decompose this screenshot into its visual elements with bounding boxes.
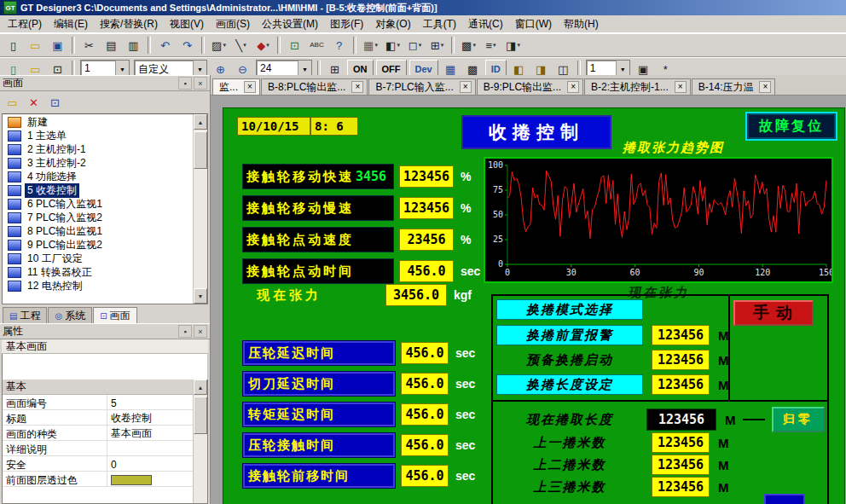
- roll-row-label[interactable]: 换捲前置报警: [496, 325, 643, 345]
- timer-label-plate[interactable]: 接触轮前移时间: [242, 463, 396, 489]
- roll-row-label[interactable]: 预备换捲启动: [496, 350, 643, 370]
- document-tab[interactable]: B-8:PLC输出监... ×: [261, 78, 368, 95]
- redo-icon[interactable]: ↷: [177, 35, 198, 55]
- save-icon[interactable]: ▣: [47, 35, 68, 55]
- property-row[interactable]: 标题 收卷控制: [3, 410, 193, 426]
- screen-tree-item[interactable]: 6 PLC输入监视1: [3, 197, 193, 211]
- dropdown-caret-icon[interactable]: ▾: [472, 42, 476, 49]
- paste-icon[interactable]: ▥: [123, 35, 144, 55]
- parts-icon[interactable]: ◧▾: [382, 35, 403, 55]
- menu-item[interactable]: 图形(F): [324, 15, 369, 33]
- timer-value-field[interactable]: 456.0: [401, 403, 449, 426]
- screen-tree-item[interactable]: 新建: [3, 115, 193, 129]
- property-value[interactable]: 收卷控制: [107, 410, 193, 425]
- screen-tree-item[interactable]: 4 功能选择: [3, 170, 193, 183]
- menu-item[interactable]: 对象(O): [369, 15, 416, 33]
- tension-trend-chart[interactable]: 10075502500306090120150: [484, 157, 833, 283]
- menu-item[interactable]: 画面(S): [210, 15, 256, 33]
- close-panel-icon[interactable]: ×: [194, 325, 207, 338]
- screen-preview-icon[interactable]: ⊡: [284, 35, 305, 55]
- screen-tree-item[interactable]: 8 PLC输出监视1: [3, 224, 193, 238]
- transparency-color-swatch[interactable]: [111, 475, 152, 485]
- screen-tree-item[interactable]: 3 主机控制-2: [3, 156, 193, 170]
- fault-reset-button[interactable]: 故障复位: [745, 112, 837, 141]
- speed-label-plate[interactable]: 接触轮点动时间: [242, 258, 394, 284]
- document-tab[interactable]: B-14:压力温 ×: [692, 78, 776, 95]
- timer-label-plate[interactable]: 压轮接触时间: [242, 432, 396, 458]
- new-icon[interactable]: ▯: [3, 35, 24, 55]
- history-row-value-field[interactable]: 123456: [652, 477, 710, 497]
- tab-close-icon[interactable]: ×: [759, 81, 771, 93]
- speed-label-plate[interactable]: 接触轮点动速度: [242, 227, 394, 252]
- dropdown-caret-icon[interactable]: ▾: [243, 42, 246, 49]
- properties-section-basic[interactable]: 基本: [3, 379, 193, 395]
- document-tab[interactable]: B-9:PLC输出监... ×: [477, 78, 583, 95]
- speed-label-plate[interactable]: 接触轮移动快速 3456: [242, 164, 394, 189]
- menu-item[interactable]: 工程(P): [2, 15, 48, 33]
- property-value[interactable]: 基本画面: [107, 426, 193, 440]
- dock-tab[interactable]: ▤ 工程: [3, 307, 47, 323]
- screen-tree-item[interactable]: 11 转换器校正: [3, 265, 193, 279]
- property-value[interactable]: [107, 472, 193, 486]
- scroll-thumb[interactable]: [194, 131, 207, 169]
- dropdown-caret-icon[interactable]: ▾: [397, 42, 400, 49]
- screen-tree-item[interactable]: 5 收卷控制: [3, 183, 193, 197]
- scroll-thumb[interactable]: [194, 397, 207, 434]
- property-row[interactable]: 安全 0: [3, 456, 193, 472]
- paint-color-icon[interactable]: ◆▾: [252, 35, 274, 55]
- tab-close-icon[interactable]: ×: [244, 81, 256, 93]
- undo-icon[interactable]: ↶: [154, 35, 176, 55]
- tree-scrollbar[interactable]: ▲ ▼: [193, 114, 207, 304]
- fill-pattern-icon[interactable]: ▨▾: [208, 35, 229, 55]
- property-row[interactable]: 详细说明: [3, 441, 193, 456]
- layer-icon[interactable]: ◨▾: [502, 35, 524, 55]
- pin-icon[interactable]: ▪: [178, 77, 192, 90]
- screen-tree-item[interactable]: 9 PLC输出监视2: [3, 238, 193, 252]
- document-tab[interactable]: B-2:主机控制-1... ×: [584, 78, 691, 95]
- roll-row-value-field[interactable]: 123456: [652, 325, 710, 345]
- timer-label-plate[interactable]: 切刀延迟时间: [242, 371, 396, 397]
- hmi-screen[interactable]: 10/10/15 8: 6 收捲控制 故障复位 捲取张力趋势图 10075502…: [223, 107, 845, 504]
- scroll-down-icon[interactable]: ▼: [194, 288, 207, 304]
- grid-icon[interactable]: ▩▾: [458, 35, 479, 55]
- timer-value-field[interactable]: 456.0: [401, 465, 449, 487]
- screen-tree-item[interactable]: 12 电热控制: [3, 279, 193, 293]
- property-row[interactable]: 前面图层透过色: [3, 472, 193, 487]
- align-icon[interactable]: ≡▾: [480, 35, 501, 55]
- dock-tab[interactable]: ⊡ 画面: [93, 307, 136, 323]
- menu-item[interactable]: 公共设置(M): [256, 15, 324, 33]
- property-row[interactable]: 画面编号 5: [3, 395, 193, 410]
- dropdown-caret-icon[interactable]: ▾: [223, 42, 226, 49]
- dropdown-caret-icon[interactable]: ▾: [374, 42, 378, 49]
- menu-item[interactable]: 工具(T): [417, 15, 462, 33]
- timer-value-field[interactable]: 456.0: [401, 434, 449, 456]
- design-canvas[interactable]: 10/10/15 8: 6 收捲控制 故障复位 捲取张力趋势图 10075502…: [211, 96, 846, 504]
- menu-item[interactable]: 窗口(W): [509, 15, 558, 33]
- menu-item[interactable]: 通讯(C): [462, 15, 509, 33]
- scroll-track[interactable]: [194, 395, 207, 503]
- title-bar[interactable]: GT GT Designer3 C:\Documents and Setting…: [0, 0, 846, 15]
- current-length-display[interactable]: 123456: [646, 408, 716, 431]
- roll-row-label[interactable]: 换捲长度设定: [496, 374, 643, 395]
- dropdown-caret-icon[interactable]: ▾: [419, 42, 422, 49]
- copy-icon[interactable]: ▤: [101, 35, 122, 55]
- delete-screen-icon[interactable]: ✕: [23, 92, 44, 113]
- cut-icon[interactable]: ✂: [78, 35, 100, 55]
- date-display[interactable]: 10/10/15: [237, 117, 310, 136]
- menu-item[interactable]: 帮助(H): [558, 15, 605, 33]
- scroll-up-icon[interactable]: ▲: [194, 379, 207, 395]
- speed-value-field[interactable]: 123456: [399, 165, 454, 188]
- tab-close-icon[interactable]: ×: [567, 81, 579, 93]
- roll-mode-label[interactable]: 换捲模式选择: [496, 299, 643, 320]
- document-tab[interactable]: 监... ×: [212, 78, 260, 95]
- dropdown-caret-icon[interactable]: ▾: [517, 42, 520, 49]
- property-value[interactable]: [107, 441, 193, 455]
- screen-image-icon[interactable]: ⊡: [44, 92, 66, 113]
- figure-icon[interactable]: ◻▾: [404, 35, 426, 55]
- tab-close-icon[interactable]: ×: [675, 81, 687, 93]
- screen-tree-item[interactable]: 7 PLC输入监视2: [3, 211, 193, 224]
- current-tension-value-field[interactable]: 3456.0: [385, 284, 447, 306]
- menu-item[interactable]: 编辑(E): [48, 15, 94, 33]
- history-row-value-field[interactable]: 123456: [652, 432, 710, 453]
- dropdown-caret-icon[interactable]: ▾: [493, 42, 496, 49]
